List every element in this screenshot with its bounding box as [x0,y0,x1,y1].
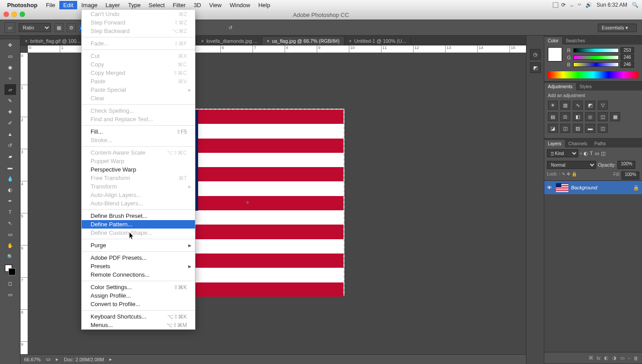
opacity-field[interactable]: 100% [617,161,635,169]
menu-filter[interactable]: Filter [169,1,190,9]
path-selection-tool-icon[interactable]: ↖ [4,218,16,229]
tab-paths[interactable]: Paths [591,140,609,147]
fill-field[interactable]: 100% [621,172,639,180]
menu-3d[interactable]: 3D [190,1,205,9]
properties-panel-icon[interactable]: ◩ [530,62,541,73]
history-brush-tool-icon[interactable]: ↺ [4,140,16,151]
menu-item-menus[interactable]: Menus...⌥⇧⌘M [82,321,195,329]
blur-tool-icon[interactable]: 💧 [4,173,16,184]
tab-channels[interactable]: Channels [565,140,591,147]
menu-item-perspective-warp[interactable]: Perspective Warp [82,165,195,174]
toolbox-grip[interactable] [0,36,20,39]
clone-stamp-tool-icon[interactable]: ▲ [4,129,16,139]
menu-help[interactable]: Help [254,1,274,9]
b-value[interactable]: 246 [621,61,634,68]
dodge-tool-icon[interactable]: ◐ [4,184,16,195]
document-tab[interactable]: ×british_flag.gif @ 100... [21,37,86,45]
new-adjustment-layer-icon[interactable]: ◑ [612,355,617,361]
filter-shape-icon[interactable]: ▭ [595,151,599,156]
b-slider[interactable] [573,62,619,67]
doc-size[interactable]: Doc: 2.08M/2.08M [64,357,104,362]
menu-item-adobe-pdf-presets[interactable]: Adobe PDF Presets... [82,254,195,262]
blend-mode-select[interactable]: Normal [547,161,596,169]
workspace-switcher[interactable]: Essentials ▾ [598,24,637,32]
brush-tool-icon[interactable]: ✐ [4,118,16,128]
g-value[interactable]: 246 [621,54,634,61]
lock-transparency-icon[interactable]: ▫ [559,172,561,176]
menu-layer[interactable]: Layer [101,1,124,9]
posterize-adjustment-icon[interactable]: ◫ [560,124,570,133]
pen-tool-icon[interactable]: ✒ [4,196,16,206]
hand-tool-icon[interactable]: ✋ [4,240,16,251]
tab-styles[interactable]: Styles [576,83,595,90]
new-layer-icon[interactable]: ▫ [628,356,630,361]
ratio-select[interactable]: Ratio [19,23,51,32]
invert-adjustment-icon[interactable]: ◪ [548,124,558,133]
eraser-tool-icon[interactable]: ▰ [4,151,16,162]
menu-select[interactable]: Select [145,1,169,9]
menu-item-presets[interactable]: Presets [82,262,195,270]
healing-brush-tool-icon[interactable]: ✚ [4,106,16,117]
color-swatches[interactable] [5,265,16,275]
color-spectrum[interactable] [548,71,638,78]
zoom-level[interactable]: 66.67% [24,357,41,362]
zoom-window-button[interactable] [20,12,25,17]
crop-tool-icon[interactable]: ▱ [4,84,16,95]
crop-settings-icon[interactable]: ⚙ [67,23,76,32]
shape-tool-icon[interactable]: ▭ [4,229,16,240]
menu-image[interactable]: Image [77,1,101,9]
close-tab-icon[interactable]: × [25,39,28,44]
lock-position-icon[interactable]: ✥ [567,172,570,176]
menu-edit[interactable]: Edit [59,1,77,9]
magic-wand-tool-icon[interactable]: ✧ [4,73,16,84]
history-panel-icon[interactable]: ◷ [530,49,541,60]
layer-mask-icon[interactable]: ◐ [604,355,609,361]
lock-all-icon[interactable]: 🔒 [572,172,577,176]
lock-image-icon[interactable]: ✎ [562,172,565,176]
layer-kind-filter[interactable]: ⍰ Kind [547,149,578,157]
wifi-icon[interactable]: ⌔ [578,2,581,8]
close-tab-icon[interactable]: × [267,39,269,44]
filter-smartobj-icon[interactable]: ◫ [601,151,605,156]
spotlight-icon[interactable]: 🔍 [632,2,638,8]
zoom-tool-icon[interactable]: 🔍 [4,251,16,262]
link-layers-icon[interactable]: ⌘ [588,355,593,361]
crop-tool-icon[interactable]: ▱ [4,22,15,33]
vibrance-adjustment-icon[interactable]: ▽ [598,101,608,110]
menu-item-define-pattern[interactable]: Define Pattern... [82,220,195,229]
new-group-icon[interactable]: ▭ [620,355,625,361]
type-tool-icon[interactable]: T [4,207,16,217]
tab-layers[interactable]: Layers [544,140,565,147]
zoom-preview-icon[interactable]: ▭ [46,356,50,362]
color-lookup-adjustment-icon[interactable]: ▦ [610,112,620,121]
photo-filter-adjustment-icon[interactable]: ◎ [585,112,595,121]
lasso-tool-icon[interactable]: ◉ [4,62,16,73]
filter-images-icon[interactable]: ▫ [580,151,582,156]
g-slider[interactable] [573,55,619,60]
document-tab[interactable]: ×lovells_diamonds.jpg ... [197,37,262,45]
foreground-color-swatch[interactable] [548,47,562,61]
tab-swatches[interactable]: Swatches [562,37,588,45]
app-name[interactable]: Photoshop [7,2,37,8]
quick-mask-icon[interactable]: ◻ [4,278,16,289]
flyout-icon[interactable]: ▸ [109,356,112,362]
menubar-clock[interactable]: Sun 6:32 AM [596,2,627,8]
brightness-adjustment-icon[interactable]: ☀ [548,101,558,110]
document-tab[interactable]: ×Untitled-1 @ 100% (U... [344,37,411,45]
layer-fx-icon[interactable]: fx [597,356,601,361]
sync-icon[interactable]: ⟳ [561,2,566,8]
menu-view[interactable]: View [205,1,226,9]
menu-item-remote-connections[interactable]: Remote Connections... [82,270,195,279]
channel-mixer-adjustment-icon[interactable]: ◫ [598,112,608,121]
layer-thumbnail[interactable] [556,183,568,192]
menu-item-assign-profile[interactable]: Assign Profile... [82,291,195,300]
selective-color-adjustment-icon[interactable]: ◫ [598,124,608,133]
curves-adjustment-icon[interactable]: ∿ [573,101,583,110]
move-tool-icon[interactable]: ✥ [4,40,16,50]
layer-name[interactable]: Background [571,185,630,190]
menu-item-color-settings[interactable]: Color Settings...⇧⌘K [82,283,195,291]
ruler-vertical[interactable]: 0123456789 [21,53,28,354]
tab-color[interactable]: Color [544,37,562,45]
tab-adjustments[interactable]: Adjustments [544,83,576,90]
filter-adjustments-icon[interactable]: ◐ [584,151,588,156]
